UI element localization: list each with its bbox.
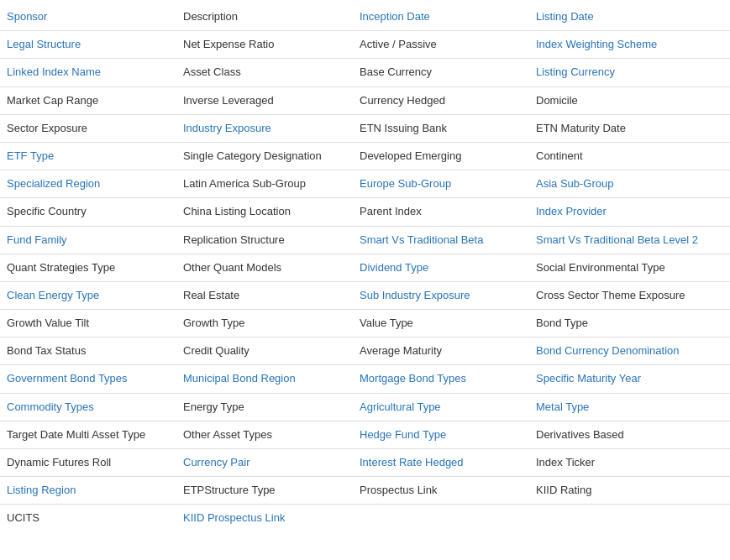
table-cell[interactable]: Sub Industry Exposure [353,282,529,309]
table-cell: China Listing Location [176,198,353,225]
table-cell: Asset Class [176,59,353,86]
table-cell: ETPStructure Type [176,477,353,504]
table-row: Sector ExposureIndustry ExposureETN Issu… [0,115,730,143]
table-row: Growth Value TiltGrowth TypeValue TypeBo… [0,310,730,338]
table-cell: Value Type [353,310,529,337]
table-row: Fund FamilyReplication StructureSmart Vs… [0,227,730,254]
table-cell: Latin America Sub-Group [176,170,353,197]
table-cell[interactable]: Interest Rate Hedged [353,449,529,476]
table-cell: Real Estate [176,282,353,309]
table-cell: ETN Issuing Bank [353,115,529,142]
table-row: Listing RegionETPStructure TypeProspectu… [0,477,730,505]
table-cell[interactable]: Smart Vs Traditional Beta Level 2 [529,227,730,254]
table-cell[interactable]: Europe Sub-Group [353,170,529,197]
table-cell[interactable]: Mortgage Bond Types [353,365,529,392]
table-cell[interactable]: Listing Date [529,3,730,30]
table-cell: Social Environmental Type [529,254,730,281]
table-cell: Derivatives Based [529,421,730,448]
table-cell[interactable]: Dividend Type [353,254,529,281]
table-cell: Specific Country [0,198,176,225]
table-cell: Bond Type [529,310,730,337]
table-cell: Sector Exposure [0,115,176,142]
table-cell: Average Maturity [353,338,529,364]
table-cell[interactable]: Asia Sub-Group [529,170,730,197]
table-cell: Prospectus Link [353,477,529,504]
table-cell: Description [176,3,353,30]
table-cell: Replication Structure [176,227,353,254]
table-cell: Energy Type [176,394,353,421]
table-cell: Developed Emerging [353,143,529,170]
table-cell[interactable]: KIID Prospectus Link [176,505,353,531]
table-cell: Continent [529,143,730,170]
table-cell: Target Date Multi Asset Type [0,421,176,448]
table-cell[interactable]: Currency Pair [176,449,353,476]
table-cell[interactable]: Sponsor [0,3,176,30]
table-cell: Index Ticker [529,449,730,476]
table-cell[interactable]: Agricultural Type [353,394,529,421]
table-cell[interactable]: Industry Exposure [176,115,353,142]
table-cell [353,505,529,531]
table-cell[interactable]: ETF Type [0,143,176,170]
table-cell: Other Quant Models [176,254,353,281]
table-row: Government Bond TypesMunicipal Bond Regi… [0,365,730,393]
table-cell: Net Expense Ratio [176,31,353,58]
table-row: Market Cap RangeInverse LeveragedCurrenc… [0,87,730,115]
table-row: Bond Tax StatusCredit QualityAverage Mat… [0,338,730,365]
table-cell: Base Currency [353,59,529,86]
table-cell[interactable]: Metal Type [529,394,730,421]
table-cell: UCITS [0,505,176,531]
table-cell: Inverse Leveraged [176,87,353,114]
table-cell: ETN Maturity Date [529,115,730,142]
table-cell[interactable]: Government Bond Types [0,365,176,392]
table-row: UCITSKIID Prospectus Link [0,505,730,531]
table-row: Specific CountryChina Listing LocationPa… [0,198,730,226]
table-cell[interactable]: Bond Currency Denomination [529,338,730,364]
table-cell[interactable]: Clean Energy Type [0,282,176,309]
table-cell: Single Category Designation [176,143,353,170]
table-cell: Growth Value Tilt [0,310,176,337]
table-cell: Active / Passive [353,31,529,58]
table-cell: Bond Tax Status [0,338,176,364]
table-cell[interactable]: Legal Structure [0,31,176,58]
table-row: SponsorDescriptionInception DateListing … [0,3,730,31]
table-cell: Currency Hedged [353,87,529,114]
table-cell[interactable]: Hedge Fund Type [353,421,529,448]
table-cell [529,505,730,531]
table-cell: Cross Sector Theme Exposure [529,282,730,309]
table-row: Dynamic Futures RollCurrency PairInteres… [0,449,730,477]
table-cell[interactable]: Specialized Region [0,170,176,197]
table-cell[interactable]: Inception Date [353,3,529,30]
table-row: ETF TypeSingle Category DesignationDevel… [0,143,730,170]
table-cell: Quant Strategies Type [0,254,176,281]
table-row: Commodity TypesEnergy TypeAgricultural T… [0,394,730,421]
table-cell: KIID Rating [529,477,730,504]
table-row: Clean Energy TypeReal EstateSub Industry… [0,282,730,310]
table-cell: Domicile [529,87,730,114]
table-cell[interactable]: Municipal Bond Region [176,365,353,392]
table-cell[interactable]: Listing Currency [529,59,730,86]
table-cell[interactable]: Index Provider [529,198,730,225]
table-cell[interactable]: Commodity Types [0,394,176,421]
table-row: Quant Strategies TypeOther Quant ModelsD… [0,254,730,282]
table-cell[interactable]: Specific Maturity Year [529,365,730,392]
table-cell: Parent Index [353,198,529,225]
main-table: SponsorDescriptionInception DateListing … [0,0,730,536]
table-cell: Credit Quality [176,338,353,364]
table-cell[interactable]: Fund Family [0,227,176,254]
table-cell[interactable]: Index Weighting Scheme [529,31,730,58]
table-row: Legal StructureNet Expense RatioActive /… [0,31,730,59]
table-row: Target Date Multi Asset TypeOther Asset … [0,421,730,449]
table-cell[interactable]: Smart Vs Traditional Beta [353,227,529,254]
table-cell[interactable]: Listing Region [0,477,176,504]
table-cell[interactable]: Linked Index Name [0,59,176,86]
table-cell: Market Cap Range [0,87,176,114]
table-cell: Other Asset Types [176,421,353,448]
table-row: Linked Index NameAsset ClassBase Currenc… [0,59,730,86]
table-cell: Growth Type [176,310,353,337]
table-cell: Dynamic Futures Roll [0,449,176,476]
table-row: Specialized RegionLatin America Sub-Grou… [0,170,730,198]
